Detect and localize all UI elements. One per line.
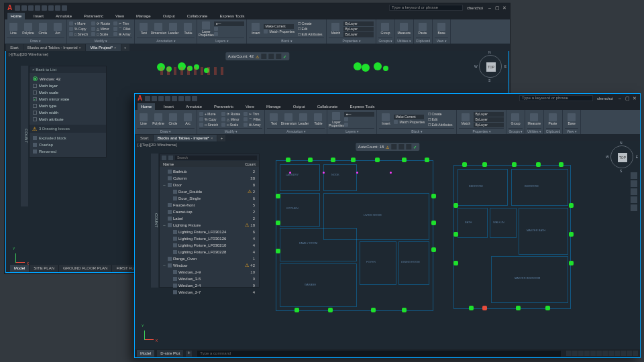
panel-modify: + Move% Copy□ Stretch ⟳ Rotate△ Mirror□ … — [67, 19, 135, 44]
panel-annotation: Text Dimension Leader Table Annotation ▾ — [135, 19, 197, 44]
search-input[interactable]: Type a keyword or phrase — [389, 5, 463, 11]
circle-button[interactable]: Circle — [36, 23, 50, 35]
autocad-window-front: A Type a keyword or phrase chenchoi –▢✕ … — [134, 93, 641, 358]
line-button[interactable]: Line — [7, 23, 20, 35]
statusbar: Model D-size Plot + Type a command — [135, 349, 640, 357]
ribbon: Line Polyline Circle Arc Draw ▾ + Move% … — [5, 19, 510, 44]
tree-node[interactable]: Window_2-910 — [161, 269, 258, 276]
tree-node[interactable]: Lighting Fixture_LF0301246 — [161, 229, 258, 235]
ucs-icon: XY — [10, 249, 25, 264]
tree-node[interactable]: Faucet-front5 — [161, 202, 258, 208]
polyline-button[interactable]: Polyline — [21, 23, 35, 35]
arc-button[interactable]: Arc — [51, 23, 64, 35]
next-icon — [268, 54, 274, 59]
document-tabs[interactable]: Start Blocks and Tables - Imperial× Vill… — [5, 44, 510, 51]
titlebar: A Type a keyword or phrase chenchoi –▢✕ — [5, 3, 510, 12]
nav-bar[interactable] — [631, 172, 639, 211]
tab-home[interactable]: Home — [7, 13, 25, 19]
ground-floor-plan: LAUNDRY NOOK KITCHEN LIVING ROOM FAMILY … — [276, 160, 433, 311]
panel-properties: MatchByLayerByLayerByLayer Properties ▾ — [327, 19, 376, 44]
tree-node[interactable]: Label2 — [161, 215, 258, 222]
tree-node[interactable]: Door_Single6 — [161, 195, 258, 202]
tree-node[interactable]: –Window⚠42 — [161, 262, 258, 269]
panel-draw: Line Polyline Circle Arc Draw ▾ — [5, 19, 67, 44]
quick-access-toolbar[interactable] — [15, 5, 67, 11]
count-palette: < Back to List Window: 42 Math layer Mat… — [29, 66, 107, 158]
count-strip[interactable]: COUNT — [21, 66, 28, 206]
autocount-pill[interactable]: AutoCount: 42⚠ ✓ — [225, 52, 289, 60]
window-controls[interactable]: –▢✕ — [487, 5, 507, 11]
search-input[interactable]: Search — [175, 156, 257, 160]
tree-node[interactable]: Door_Double⚠2 — [161, 188, 258, 195]
tree-node[interactable]: Window_2-74 — [161, 289, 258, 296]
tree-node[interactable]: Range_Oven1 — [161, 255, 258, 262]
canvas-front[interactable]: [-][Top][2D Wireframe] AutoCount: 18⚠✓ T… — [135, 141, 640, 349]
tree-node[interactable]: –Door8 — [161, 182, 258, 188]
viewcube[interactable]: TOP NSEW — [479, 55, 502, 78]
prev-icon — [261, 54, 266, 59]
command-line[interactable]: Type a command — [197, 351, 561, 357]
tree-node[interactable]: –Lighting Fixture⚠18 — [161, 222, 258, 229]
ribbon-tabs[interactable]: Home Insert Annotate Parametric View Man… — [5, 12, 510, 19]
tree-node[interactable]: Lighting Fixture_LF0302284 — [161, 249, 258, 255]
tree-node[interactable]: Window_2-49 — [161, 282, 258, 289]
tree-node[interactable]: Bathtub2 — [161, 168, 258, 175]
count-panel: Search NameCount Bathtub2Column38–Door8D… — [159, 154, 260, 288]
panel-layers: Layer Properties●— Layers ▾ — [197, 19, 247, 44]
tree-node[interactable]: Window_3-59 — [161, 276, 258, 282]
first-floor-plan: BEDROOM BEDROOM BATH WALK-IN MASTER BATH… — [453, 165, 571, 309]
app-logo: A — [7, 4, 12, 11]
tree-node[interactable]: Faucet-top2 — [161, 208, 258, 215]
tree-node[interactable]: Column38 — [161, 175, 258, 182]
check-icon — [33, 76, 38, 81]
tree-node[interactable]: Lighting Fixture_LF0302104 — [161, 242, 258, 249]
refresh-icon — [276, 54, 281, 59]
user-name[interactable]: chenchoi — [467, 6, 483, 10]
tree-node[interactable]: Lighting Fixture_LF0301264 — [161, 235, 258, 242]
new-tab-button[interactable]: + — [121, 44, 129, 51]
status-icons[interactable] — [566, 351, 638, 356]
panel-block: Insert Make Current Match Properties ☐ C… — [247, 19, 327, 44]
back-to-list[interactable]: < Back to List — [30, 66, 106, 73]
